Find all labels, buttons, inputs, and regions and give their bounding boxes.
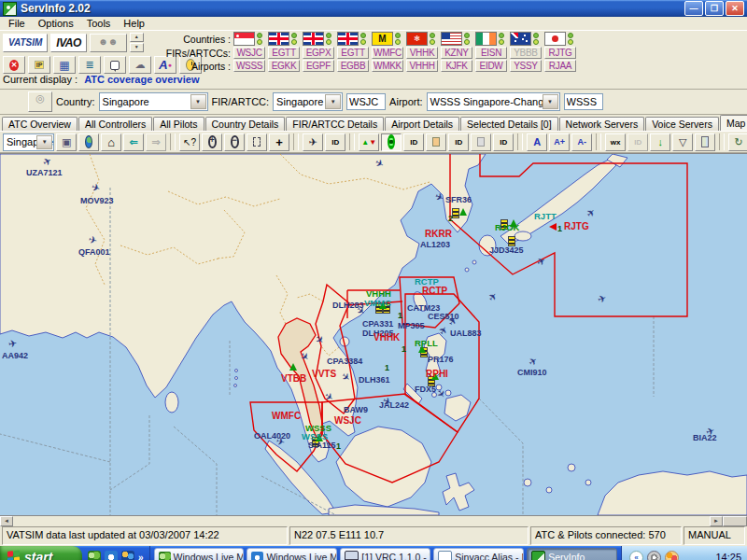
id-button[interactable]: ID — [403, 133, 424, 151]
tab-atc-overview[interactable]: ATC Overview — [2, 117, 78, 131]
refresh-button[interactable]: ↻ — [728, 133, 747, 151]
flag-united-kingdom[interactable] — [337, 32, 359, 46]
grid-button[interactable]: ▦ — [53, 56, 76, 74]
airport-button-egbb[interactable]: EGBB — [337, 60, 369, 72]
flag-australia[interactable] — [510, 32, 531, 46]
flight-label[interactable]: AA942 — [2, 352, 28, 360]
zoom-rect-button[interactable] — [247, 133, 267, 151]
flight-label[interactable]: DLH283 — [332, 301, 364, 310]
find-button[interactable]: ◎ — [28, 91, 52, 112]
flight-label[interactable]: MOV923 — [80, 197, 114, 205]
airport-button-kjfk[interactable]: KJFK — [441, 60, 472, 72]
font-minus-button[interactable]: A- — [571, 133, 592, 151]
ivao-button[interactable]: IVAO — [50, 34, 86, 52]
restore-button[interactable]: ❐ — [705, 1, 724, 16]
list-button[interactable]: ≣ — [78, 56, 101, 74]
fir-code-input[interactable] — [346, 93, 386, 110]
observers-button[interactable]: ☻☻ — [90, 34, 127, 52]
flight-label[interactable]: BIA22 — [693, 434, 717, 442]
airport-button-vhhh[interactable]: VHHH — [406, 60, 438, 72]
fir-button-egtt[interactable]: EGTT — [268, 47, 300, 59]
aircraft-icon[interactable]: ✈ — [323, 390, 335, 402]
airport-label[interactable]: RPLL — [415, 339, 438, 347]
menu-options[interactable]: Options — [32, 18, 80, 29]
map-hscrollbar[interactable]: ◄ ► — [0, 515, 747, 525]
aircraft-icon[interactable]: ✈ — [340, 371, 352, 384]
flight-label[interactable]: PR176 — [428, 356, 454, 364]
tray-collapse-icon[interactable]: « — [629, 551, 643, 560]
flight-label[interactable]: UZA7121 — [26, 169, 63, 177]
chevron-down-icon[interactable]: ▼ — [190, 94, 206, 109]
menu-file[interactable]: File — [2, 18, 32, 29]
flight-label[interactable]: FDX5 — [415, 385, 436, 394]
messenger-icon[interactable] — [88, 551, 101, 560]
tri-button[interactable]: ▲▼ — [359, 133, 379, 151]
wx-button[interactable]: wx — [605, 133, 626, 151]
flight-label[interactable]: OAL4020 — [254, 432, 290, 441]
id-dis-button[interactable]: ID — [627, 133, 648, 151]
id-button[interactable]: ID — [448, 133, 469, 151]
zoom-out-button[interactable]: − — [224, 133, 245, 151]
task-button-1-vrc-1-1-0[interactable]: [1] VRC 1.1.0 - "... — [340, 548, 430, 560]
tab-all-controllers[interactable]: All Controllers — [78, 117, 152, 131]
airport-select[interactable]: WSSS Singapore-Changi ▼ — [427, 92, 560, 111]
globe-button[interactable] — [78, 133, 99, 151]
plane-button[interactable]: ✈ — [303, 133, 323, 151]
country-select[interactable]: Singapore ▼ — [99, 92, 208, 111]
menu-tools[interactable]: Tools — [80, 18, 118, 29]
start-button[interactable]: start — [0, 546, 82, 560]
fir-button-egtt[interactable]: EGTT — [337, 47, 369, 59]
map-region-select[interactable]: Singapore ▼ — [3, 133, 54, 151]
home-button[interactable]: ⌂ — [101, 133, 121, 151]
task-button-windows-live-mai[interactable]: Windows Live Mai... — [247, 548, 337, 560]
flag-singapore[interactable] — [233, 32, 255, 46]
flight-label[interactable]: SIA115 — [308, 441, 336, 450]
tab-network-servers[interactable]: Network Servers — [559, 117, 645, 131]
aircraft-icon[interactable]: ✈ — [299, 350, 312, 363]
flight-label[interactable]: JJD3425 — [489, 246, 524, 255]
airport-button-egkk[interactable]: EGKK — [268, 60, 300, 72]
flag-ireland[interactable] — [475, 32, 497, 46]
vatsim-button[interactable]: VATSIM — [3, 34, 48, 52]
minimize-button[interactable]: — — [684, 1, 703, 16]
flight-label[interactable]: UAL883 — [450, 329, 482, 338]
ip-button[interactable]: IP — [28, 56, 50, 74]
rect-orange-button[interactable] — [426, 133, 446, 151]
tab-airport-details[interactable]: Airport Details — [385, 117, 459, 131]
pan-button[interactable]: + — [269, 133, 289, 151]
task-button-windows-live-me[interactable]: Windows Live Me... — [154, 548, 245, 560]
aircraft-icon[interactable]: ✈ — [486, 290, 500, 302]
aircraft-icon[interactable]: ✈ — [314, 333, 327, 345]
aircraft-icon[interactable]: ✈ — [435, 387, 447, 399]
tab-all-pilots[interactable]: All Pilots — [153, 117, 204, 131]
airport-button-egpf[interactable]: EGPF — [303, 60, 334, 72]
id-button[interactable]: ID — [493, 133, 514, 151]
font-button[interactable]: A — [527, 133, 547, 151]
flag-united-kingdom[interactable] — [268, 32, 289, 46]
flight-label[interactable]: CMI910 — [517, 369, 547, 377]
tray-app-icon[interactable] — [647, 551, 661, 560]
tab-selected-details-0[interactable]: Selected Details [0] — [460, 117, 557, 131]
task-button-sinvacc-alias-no[interactable]: Sinvacc Alias - No... — [433, 548, 524, 560]
capture-button[interactable]: ▣ — [56, 133, 77, 151]
fir-button-vhhk[interactable]: VHHK — [406, 47, 438, 59]
fir-button-kzny[interactable]: KZNY — [441, 47, 472, 59]
flight-label[interactable]: CES510 — [428, 313, 459, 321]
aircraft-icon[interactable]: ✈ — [527, 355, 539, 367]
forward-button[interactable]: ⇒ — [146, 133, 166, 151]
flight-label[interactable]: SFR36 — [445, 196, 472, 204]
flag-malaysia[interactable] — [372, 32, 393, 46]
flight-label[interactable]: BAW9 — [344, 406, 368, 414]
flag-hong-kong[interactable] — [406, 32, 428, 46]
fir-button-wsjc[interactable]: WSJC — [233, 47, 265, 59]
aircraft-icon[interactable]: ✈ — [88, 234, 98, 245]
fir-button-ybbb[interactable]: YBBB — [510, 47, 542, 59]
aircraft-icon[interactable]: ✈ — [41, 155, 53, 167]
fir-button-egpx[interactable]: EGPX — [303, 47, 334, 59]
tray-messenger-icon[interactable] — [665, 551, 679, 560]
scroll-right-button[interactable]: ► — [710, 516, 723, 526]
aircraft-icon[interactable]: ✈ — [585, 206, 598, 219]
airport-button-wsss[interactable]: WSSS — [233, 60, 265, 72]
target-button[interactable] — [381, 133, 402, 151]
scroll-left-button[interactable]: ◄ — [0, 516, 13, 526]
